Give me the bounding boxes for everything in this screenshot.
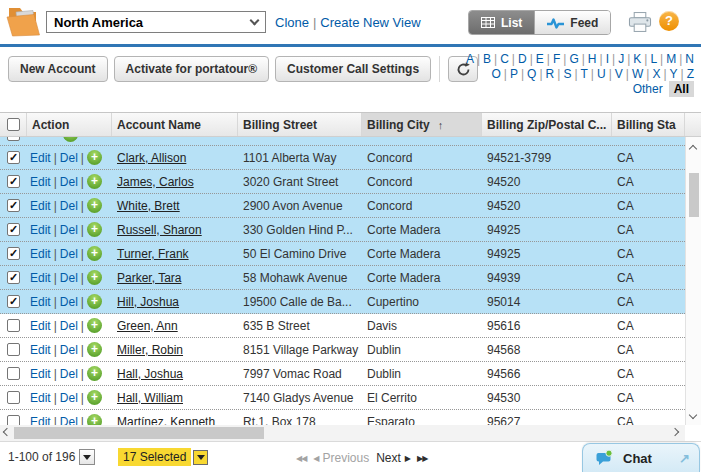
row-checkbox[interactable]: ✓ — [7, 199, 20, 212]
alpha-filter-g[interactable]: G — [569, 52, 578, 66]
del-link[interactable]: Del — [60, 391, 78, 405]
column-header-account-name[interactable]: Account Name — [112, 113, 238, 136]
row-checkbox[interactable]: ✓ — [7, 223, 20, 236]
add-to-route-icon[interactable] — [87, 174, 102, 189]
add-to-route-icon[interactable] — [87, 198, 102, 213]
alpha-filter-u[interactable]: U — [597, 67, 606, 81]
del-link[interactable]: Del — [60, 319, 78, 333]
row-checkbox[interactable] — [7, 367, 20, 380]
alpha-filter-t[interactable]: T — [581, 67, 588, 81]
edit-link[interactable]: Edit — [30, 223, 51, 237]
del-link[interactable]: Del — [60, 199, 78, 213]
account-name-link[interactable]: Miller, Robin — [117, 343, 183, 357]
row-checkbox[interactable] — [7, 391, 20, 404]
scroll-down-icon[interactable] — [689, 411, 697, 419]
edit-link[interactable]: Edit — [30, 391, 51, 405]
scroll-left-icon[interactable] — [3, 428, 11, 436]
help-icon[interactable]: ? — [659, 11, 679, 31]
add-to-route-icon[interactable] — [87, 222, 102, 237]
expand-arrow-icon[interactable]: ↗ — [679, 451, 690, 466]
account-name-link[interactable]: Green, Ann — [117, 319, 178, 333]
select-all-checkbox[interactable] — [7, 118, 20, 131]
del-link[interactable]: Del — [60, 367, 78, 381]
next-page-link[interactable]: Next▶ — [376, 451, 410, 465]
customer-call-settings-button[interactable]: Customer Call Settings — [275, 56, 431, 82]
add-to-route-icon[interactable] — [87, 342, 102, 357]
account-name-link[interactable]: White, Brett — [117, 199, 180, 213]
edit-link[interactable]: Edit — [30, 271, 51, 285]
edit-link[interactable]: Edit — [30, 319, 51, 333]
activate-portatour-button[interactable]: Activate for portatour® — [114, 56, 270, 82]
edit-link[interactable]: Edit — [30, 295, 51, 309]
alpha-filter-c[interactable]: C — [500, 52, 509, 66]
edit-link[interactable]: Edit — [30, 151, 51, 165]
account-name-link[interactable]: Hill, Joshua — [117, 295, 179, 309]
last-page-icon[interactable]: ▶▶ — [417, 454, 427, 463]
account-name-link[interactable]: Clark, Allison — [117, 151, 186, 165]
column-header-billing-state[interactable]: Billing Sta — [612, 113, 685, 136]
account-name-link[interactable]: Martínez, Kenneth — [117, 415, 215, 426]
alpha-filter-m[interactable]: M — [666, 52, 676, 66]
del-link[interactable]: Del — [60, 343, 78, 357]
account-name-link[interactable]: Hall, William — [117, 391, 183, 405]
add-to-route-icon[interactable] — [87, 270, 102, 285]
row-checkbox[interactable] — [7, 319, 20, 332]
add-to-route-icon[interactable] — [87, 414, 102, 425]
edit-link[interactable]: Edit — [30, 415, 51, 426]
alpha-filter-z[interactable]: Z — [687, 67, 694, 81]
account-name-link[interactable]: Russell, Sharon — [117, 223, 202, 237]
account-name-link[interactable]: Hall, Joshua — [117, 367, 183, 381]
edit-link[interactable]: Edit — [30, 367, 51, 381]
del-link[interactable]: Del — [60, 151, 78, 165]
del-link[interactable]: Del — [60, 295, 78, 309]
add-to-route-icon[interactable] — [87, 366, 102, 381]
printer-icon[interactable] — [628, 12, 652, 32]
column-header-billing-zip[interactable]: Billing Zip/Postal C... — [482, 113, 612, 136]
edit-link[interactable]: Edit — [30, 199, 51, 213]
row-checkbox[interactable] — [7, 415, 20, 425]
del-link[interactable]: Del — [60, 271, 78, 285]
view-selector[interactable]: North America — [46, 11, 266, 33]
column-header-billing-city[interactable]: Billing City↑ — [362, 113, 482, 136]
edit-link[interactable]: Edit — [30, 175, 51, 189]
add-to-route-icon[interactable] — [87, 150, 102, 165]
row-checkbox[interactable]: ✓ — [7, 247, 20, 260]
clone-link[interactable]: Clone — [275, 15, 309, 30]
add-to-route-icon[interactable] — [63, 137, 78, 142]
tab-list[interactable]: List — [469, 11, 534, 34]
account-name-link[interactable]: James, Carlos — [117, 175, 194, 189]
horizontal-scrollbar[interactable] — [0, 425, 685, 441]
row-checkbox[interactable] — [7, 343, 20, 356]
vertical-scrollbar[interactable] — [685, 137, 701, 425]
alpha-filter-v[interactable]: V — [615, 67, 623, 81]
alpha-filter-p[interactable]: P — [510, 67, 518, 81]
alpha-filter-r[interactable]: R — [546, 67, 555, 81]
alpha-filter-b[interactable]: B — [483, 52, 491, 66]
row-checkbox[interactable]: ✓ — [7, 295, 20, 308]
alpha-filter-o[interactable]: O — [492, 67, 501, 81]
range-dropdown-button[interactable] — [79, 449, 95, 465]
column-header-action[interactable]: Action — [27, 113, 112, 136]
del-link[interactable]: Del — [60, 175, 78, 189]
scroll-right-icon[interactable] — [671, 428, 679, 436]
row-checkbox[interactable]: ✓ — [7, 175, 20, 188]
alpha-filter-y[interactable]: Y — [670, 67, 678, 81]
alpha-filter-w[interactable]: W — [632, 67, 643, 81]
del-link[interactable]: Del — [60, 247, 78, 261]
alpha-filter-d[interactable]: D — [518, 52, 527, 66]
row-checkbox[interactable] — [7, 137, 20, 141]
create-new-view-link[interactable]: Create New View — [320, 15, 420, 30]
alpha-filter-e[interactable]: E — [536, 52, 544, 66]
vertical-scrollbar-thumb[interactable] — [689, 173, 699, 217]
account-name-link[interactable]: Turner, Frank — [117, 247, 189, 261]
add-to-route-icon[interactable] — [87, 246, 102, 261]
selected-dropdown-button[interactable] — [193, 450, 208, 465]
chat-widget[interactable]: Chat ↗ — [582, 443, 700, 472]
account-name-link[interactable]: Parker, Tara — [117, 271, 181, 285]
alpha-filter-other[interactable]: Other — [633, 82, 663, 96]
column-header-billing-street[interactable]: Billing Street — [238, 113, 362, 136]
tab-feed[interactable]: Feed — [534, 11, 610, 34]
alpha-filter-all[interactable]: All — [669, 81, 694, 97]
horizontal-scrollbar-thumb[interactable] — [14, 427, 264, 439]
add-to-route-icon[interactable] — [87, 390, 102, 405]
